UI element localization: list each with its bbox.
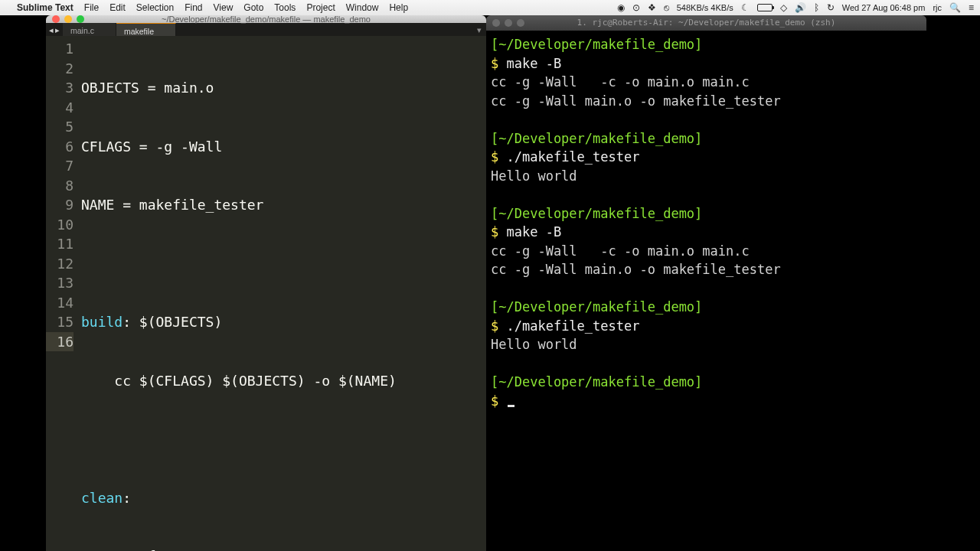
code-line[interactable]: NAME = makefile_tester — [80, 195, 486, 215]
window-minimize-button[interactable] — [505, 19, 512, 27]
code-line[interactable]: cc $(CFLAGS) $(OBJECTS) -o $(NAME) — [80, 371, 486, 391]
lineno: 13 — [46, 273, 74, 293]
menubar-user[interactable]: rjc — [933, 3, 942, 12]
menubar-sync-icon[interactable]: ⊙ — [632, 2, 640, 13]
window-zoom-button[interactable] — [517, 19, 524, 27]
menubar-timemachine-icon[interactable]: ↻ — [827, 2, 835, 13]
menu-file[interactable]: File — [84, 2, 99, 13]
lineno: 10 — [46, 215, 74, 235]
sublime-editor[interactable]: 1 2 3 4 5 6 7 8 9 10 11 12 13 14 15 16 O… — [46, 36, 486, 551]
tab-makefile[interactable]: makefile — [116, 23, 176, 36]
sublime-window: ~/Developer/makefile_demo/makefile — mak… — [46, 15, 486, 551]
lineno: 12 — [46, 254, 74, 274]
lineno: 1 — [46, 39, 74, 59]
lineno: 16 — [46, 332, 74, 352]
code-area[interactable]: OBJECTS = main.o CFLAGS = -g -Wall NAME … — [80, 36, 486, 551]
terminal-window-title: 1. rjc@Roberts-Air: ~/Developer/makefile… — [486, 15, 926, 32]
menu-edit[interactable]: Edit — [109, 2, 126, 13]
code-line[interactable]: OBJECTS = main.o — [80, 78, 486, 98]
terminal-titlebar[interactable]: 1. rjc@Roberts-Air: ~/Developer/makefile… — [486, 15, 926, 31]
window-close-button[interactable] — [492, 19, 500, 27]
tab-main-c[interactable]: main.c — [63, 23, 116, 36]
lineno: 3 — [46, 78, 74, 98]
macos-menubar: Sublime Text File Edit Selection Find Vi… — [0, 0, 980, 15]
nav-forward-icon[interactable]: ▸ — [55, 25, 60, 34]
lineno: 11 — [46, 234, 74, 254]
menubar-moon-icon[interactable]: ☾ — [741, 2, 750, 13]
menu-view[interactable]: View — [214, 2, 234, 13]
sublime-tabbar: ◂ ▸ main.c makefile ▾ — [46, 23, 486, 36]
sublime-window-title: ~/Developer/makefile_demo/makefile — mak… — [46, 15, 486, 24]
menubar-netstats[interactable]: 548KB/s 4KB/s — [677, 3, 733, 12]
menubar-record-icon[interactable]: ◉ — [617, 2, 625, 13]
tab-overflow-icon[interactable]: ▾ — [472, 23, 486, 36]
lineno: 5 — [46, 117, 74, 137]
code-line[interactable]: clean: — [80, 488, 486, 508]
menubar-spotlight-icon[interactable]: 🔍 — [949, 2, 961, 13]
window-minimize-button[interactable] — [64, 15, 72, 23]
nav-back-icon[interactable]: ◂ — [49, 25, 54, 34]
menubar-bluetooth-icon[interactable]: ᛒ — [814, 2, 819, 13]
menubar-notification-icon[interactable]: ≡ — [969, 2, 974, 13]
sublime-titlebar[interactable]: ~/Developer/makefile_demo/makefile — mak… — [46, 15, 486, 23]
lineno: 8 — [46, 176, 74, 196]
menubar-volume-icon[interactable]: 🔊 — [795, 2, 806, 13]
left-black-margin — [0, 15, 46, 551]
line-number-gutter: 1 2 3 4 5 6 7 8 9 10 11 12 13 14 15 16 — [46, 36, 80, 551]
terminal-window: 1. rjc@Roberts-Air: ~/Developer/makefile… — [486, 15, 926, 551]
lineno: 4 — [46, 98, 74, 118]
lineno: 2 — [46, 59, 74, 79]
menubar-activity-icon[interactable]: ⎋ — [664, 2, 669, 13]
code-line[interactable] — [80, 429, 486, 449]
terminal-cursor — [508, 405, 514, 407]
code-line[interactable] — [80, 254, 486, 274]
window-zoom-button[interactable] — [77, 15, 84, 23]
menubar-clock[interactable]: Wed 27 Aug 06:48 pm — [842, 3, 926, 12]
menu-find[interactable]: Find — [185, 2, 202, 13]
code-line[interactable]: build: $(OBJECTS) — [80, 312, 486, 332]
menu-selection[interactable]: Selection — [136, 2, 174, 13]
lineno: 9 — [46, 195, 74, 215]
right-black-margin — [926, 15, 980, 551]
lineno: 15 — [46, 312, 74, 332]
window-close-button[interactable] — [52, 15, 60, 23]
menu-project[interactable]: Project — [306, 2, 335, 13]
lineno: 7 — [46, 156, 74, 176]
menubar-dropbox-icon[interactable]: ❖ — [648, 2, 656, 13]
menu-tools[interactable]: Tools — [274, 2, 296, 13]
terminal-body[interactable]: [~/Developer/makefile_demo]$ make -Bcc -… — [486, 31, 926, 551]
menubar-battery-icon[interactable] — [757, 4, 773, 11]
menu-goto[interactable]: Goto — [243, 2, 263, 13]
lineno: 6 — [46, 137, 74, 157]
menubar-wifi-icon[interactable]: ◇ — [780, 2, 787, 13]
menu-help[interactable]: Help — [389, 2, 408, 13]
lineno: 14 — [46, 293, 74, 313]
menu-window[interactable]: Window — [346, 2, 379, 13]
code-line[interactable]: CFLAGS = -g -Wall — [80, 137, 486, 157]
code-line[interactable]: rm -f *.o — [80, 546, 486, 551]
active-app-name[interactable]: Sublime Text — [17, 2, 74, 13]
